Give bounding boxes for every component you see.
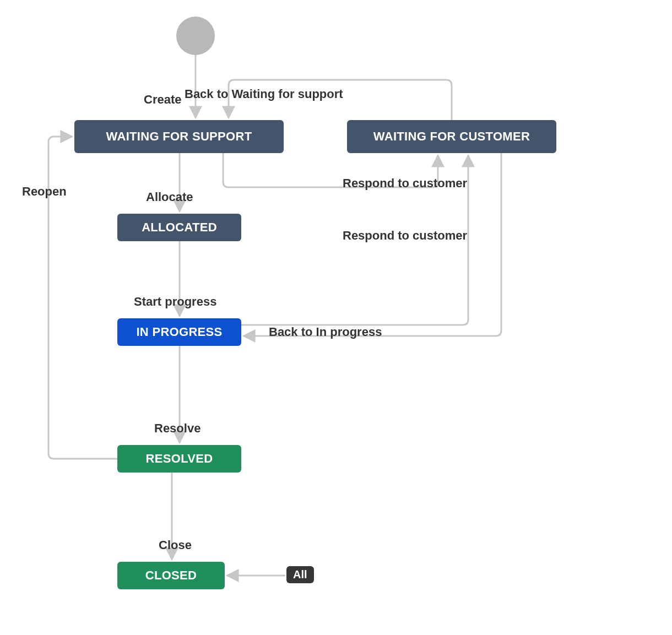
state-resolved: RESOLVED xyxy=(117,445,241,473)
start-node xyxy=(176,17,215,55)
transition-label-reopen: Reopen xyxy=(22,184,67,199)
state-allocated: ALLOCATED xyxy=(117,214,241,241)
transition-label-back-to-inprog: Back to In progress xyxy=(269,325,382,339)
transition-label-respond-2: Respond to customer xyxy=(343,229,467,243)
transition-label-close: Close xyxy=(159,538,192,552)
transition-label-all: All xyxy=(286,566,314,583)
state-closed: CLOSED xyxy=(117,562,225,589)
transition-label-back-to-waiting: Back to Waiting for support xyxy=(185,87,343,101)
state-waiting-for-support: WAITING FOR SUPPORT xyxy=(74,120,284,153)
state-in-progress: IN PROGRESS xyxy=(117,318,241,346)
transition-label-resolve: Resolve xyxy=(154,421,200,436)
transition-label-respond-1: Respond to customer xyxy=(343,176,467,191)
transition-label-allocate: Allocate xyxy=(146,190,193,204)
workflow-diagram: WAITING FOR SUPPORT WAITING FOR CUSTOMER… xyxy=(0,0,672,635)
transition-label-create: Create xyxy=(144,93,181,107)
transition-label-start-progress: Start progress xyxy=(134,295,216,309)
state-waiting-for-customer: WAITING FOR CUSTOMER xyxy=(347,120,556,153)
